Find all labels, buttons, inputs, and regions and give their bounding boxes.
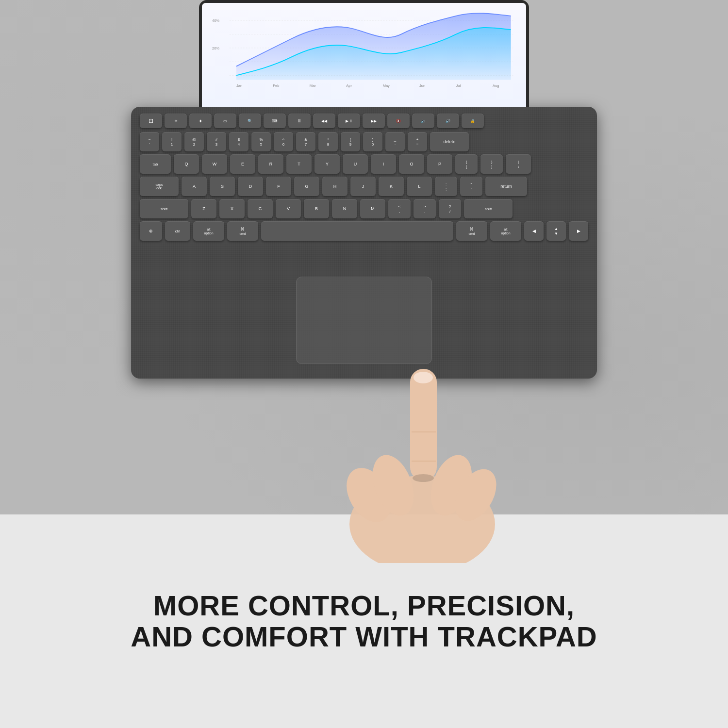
key-arrow-left: ◀ bbox=[524, 221, 544, 241]
svg-text:Apr: Apr bbox=[346, 83, 352, 88]
key-cmd-left: ⌘cmd bbox=[227, 221, 258, 241]
key-5: %5 bbox=[251, 132, 271, 151]
svg-point-21 bbox=[414, 372, 433, 383]
svg-point-24 bbox=[413, 474, 434, 482]
key-y: Y bbox=[314, 154, 340, 174]
key-ctrl: ctrl bbox=[165, 221, 190, 241]
key-2: @2 bbox=[184, 132, 204, 151]
key-d: D bbox=[238, 177, 263, 196]
key-lock: 🔒 bbox=[462, 114, 484, 128]
key-m: M bbox=[360, 199, 385, 218]
key-brightness-up: ✦ bbox=[189, 114, 212, 128]
key-forward: ▶▶ bbox=[363, 114, 385, 128]
key-keyboard-icon: ⌨ bbox=[264, 114, 286, 128]
key-j: J bbox=[350, 177, 376, 196]
chart-container: 40% 20% Jan Feb Mar Apr May Jun Jul Aug bbox=[202, 3, 526, 107]
ipad-device: 40% 20% Jan Feb Mar Apr May Jun Jul Aug bbox=[199, 0, 529, 107]
svg-text:40%: 40% bbox=[212, 18, 219, 23]
keyboard-keys-area: ⊡ ☀ ✦ ▭ 🔍 ⌨ ⣿ ◀◀ ▶⏸ ▶▶ 🔇 🔉 🔊 🔒 bbox=[140, 114, 588, 241]
keyboard-and-ipad-wrapper: 40% 20% Jan Feb Mar Apr May Jun Jul Aug bbox=[131, 87, 597, 466]
key-vol-down: 🔉 bbox=[412, 114, 434, 128]
key-arrow-right: ▶ bbox=[569, 221, 588, 241]
key-r: R bbox=[258, 154, 283, 174]
key-play: ▶⏸ bbox=[338, 114, 360, 128]
key-e: E bbox=[230, 154, 255, 174]
key-vol-up: 🔊 bbox=[437, 114, 459, 128]
key-n: N bbox=[332, 199, 357, 218]
number-row: ~` !1 @2 #3 $4 %5 ^6 &7 *8 (9 )0 _- += d… bbox=[140, 132, 588, 151]
key-search: 🔍 bbox=[239, 114, 261, 128]
key-h: H bbox=[322, 177, 347, 196]
key-9: (9 bbox=[341, 132, 360, 151]
key-6: ^6 bbox=[274, 132, 293, 151]
key-z: Z bbox=[191, 199, 216, 218]
top-photo-section: 40% 20% Jan Feb Mar Apr May Jun Jul Aug bbox=[0, 0, 728, 514]
key-globe: ⊕ bbox=[140, 221, 162, 241]
svg-text:Jun: Jun bbox=[419, 83, 425, 88]
key-delete: delete bbox=[430, 132, 469, 151]
key-4: $4 bbox=[229, 132, 248, 151]
svg-text:Mar: Mar bbox=[310, 83, 316, 88]
key-mute: 🔇 bbox=[387, 114, 410, 128]
bottom-row: ⊕ ctrl altoption ⌘cmd ⌘cmd altoption ◀ ▲… bbox=[140, 221, 588, 241]
key-8: *8 bbox=[318, 132, 338, 151]
key-semicolon: :; bbox=[435, 177, 457, 196]
key-slash: ?/ bbox=[439, 199, 461, 218]
headline-line1: MORE CONTROL, PRECISION, bbox=[153, 590, 575, 621]
key-cmd-right: ⌘cmd bbox=[456, 221, 487, 241]
svg-text:Aug: Aug bbox=[493, 83, 499, 88]
key-v: V bbox=[276, 199, 301, 218]
key-a: A bbox=[182, 177, 207, 196]
key-w: W bbox=[202, 154, 227, 174]
key-1: !1 bbox=[162, 132, 182, 151]
key-quote: "' bbox=[460, 177, 482, 196]
key-bracket-left: {[ bbox=[455, 154, 478, 174]
key-period: >. bbox=[414, 199, 436, 218]
key-7: &7 bbox=[296, 132, 315, 151]
key-l: L bbox=[407, 177, 432, 196]
qwerty-row: tab Q W E R T Y U I O P {[ }] |\ bbox=[140, 154, 588, 174]
key-shift-left: shift bbox=[140, 199, 188, 218]
ipad-screen: 40% 20% Jan Feb Mar Apr May Jun Jul Aug bbox=[202, 3, 526, 107]
key-spacebar bbox=[261, 221, 453, 241]
key-b: B bbox=[304, 199, 329, 218]
svg-text:Jul: Jul bbox=[456, 83, 461, 88]
chart-svg: 40% 20% Jan Feb Mar Apr May Jun Jul Aug bbox=[208, 7, 520, 103]
function-row: ⊡ ☀ ✦ ▭ 🔍 ⌨ ⣿ ◀◀ ▶⏸ ▶▶ 🔇 🔉 🔊 🔒 bbox=[140, 114, 588, 128]
key-q: Q bbox=[174, 154, 199, 174]
svg-text:May: May bbox=[383, 83, 390, 88]
asdf-row: capslock A S D F G H J K L :; "' return bbox=[140, 177, 588, 196]
key-alt-right: altoption bbox=[490, 221, 521, 241]
key-caps-lock: capslock bbox=[140, 177, 179, 196]
key-f: F bbox=[266, 177, 291, 196]
key-rewind: ◀◀ bbox=[313, 114, 335, 128]
key-screen: ⊡ bbox=[140, 114, 162, 128]
svg-text:20%: 20% bbox=[212, 46, 219, 50]
key-u: U bbox=[343, 154, 368, 174]
svg-rect-20 bbox=[410, 369, 437, 480]
key-launchpad: ⣿ bbox=[288, 114, 311, 128]
key-i: I bbox=[371, 154, 396, 174]
key-bracket-right: }] bbox=[480, 154, 503, 174]
key-backslash: |\ bbox=[506, 154, 531, 174]
key-3: #3 bbox=[207, 132, 226, 151]
key-equals: += bbox=[408, 132, 427, 151]
key-tilde: ~` bbox=[140, 132, 159, 151]
svg-text:Feb: Feb bbox=[273, 83, 279, 88]
key-x: X bbox=[219, 199, 245, 218]
key-p: P bbox=[427, 154, 452, 174]
key-tab: tab bbox=[140, 154, 171, 174]
key-o: O bbox=[399, 154, 424, 174]
key-t: T bbox=[286, 154, 312, 174]
key-arrow-up-down: ▲▼ bbox=[546, 221, 566, 241]
zxcv-row: shift Z X C V B N M <, >. ?/ shift bbox=[140, 199, 588, 218]
key-s: S bbox=[210, 177, 235, 196]
key-shift-right: shift bbox=[464, 199, 513, 218]
key-minus: _- bbox=[385, 132, 405, 151]
key-g: G bbox=[294, 177, 319, 196]
key-comma: <, bbox=[388, 199, 411, 218]
key-alt-left: altoption bbox=[193, 221, 224, 241]
key-mission: ▭ bbox=[214, 114, 236, 128]
key-brightness-down: ☀ bbox=[165, 114, 187, 128]
key-return: return bbox=[485, 177, 527, 196]
